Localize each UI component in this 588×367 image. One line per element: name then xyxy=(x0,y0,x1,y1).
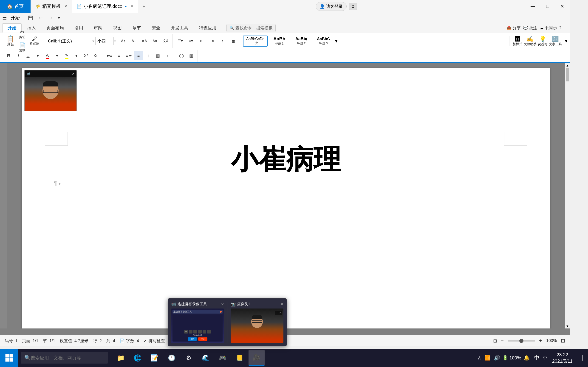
new-tab-button[interactable]: + xyxy=(138,0,150,13)
quick-undo[interactable]: ↩ xyxy=(36,15,45,21)
char-style-button[interactable]: Aa xyxy=(150,35,160,48)
para-more-button[interactable]: ▦ xyxy=(228,35,238,48)
unsync-btn[interactable]: ☁ 未同步 xyxy=(540,25,557,31)
style-h3[interactable]: AaBbC 标题 3 xyxy=(313,35,334,47)
zoom-slider-thumb[interactable] xyxy=(519,339,523,343)
indent-increase-button[interactable]: ⇥ xyxy=(207,35,217,48)
tray-wifi[interactable]: 📶 xyxy=(484,354,492,362)
italic-button[interactable]: I xyxy=(14,51,23,60)
tab-special[interactable]: 特色应用 xyxy=(194,24,221,32)
font-size-dropdown[interactable]: ▾ xyxy=(114,39,116,43)
column-layout-button[interactable]: ⫿ xyxy=(144,51,153,60)
login-button[interactable]: 👤 访客登录 xyxy=(316,2,346,11)
row-info[interactable]: 行: 2 xyxy=(93,338,102,344)
bold-button[interactable]: B xyxy=(4,51,13,60)
file-menu[interactable]: 开始 xyxy=(8,14,22,21)
shape-button[interactable]: ◯ xyxy=(177,51,186,60)
tab-view[interactable]: 视图 xyxy=(108,24,127,32)
window-number[interactable]: 2 xyxy=(349,3,357,10)
help-btn[interactable]: ? xyxy=(559,25,562,30)
preview-close-recorder[interactable]: ✕ xyxy=(221,302,224,307)
scroll-down-button[interactable]: ▼ xyxy=(565,324,570,328)
tab-dev[interactable]: 开发工具 xyxy=(166,24,193,32)
toolbar-expand-button[interactable]: ▾ xyxy=(563,38,567,44)
font-color-button[interactable]: A xyxy=(43,51,52,60)
highlight-dropdown[interactable]: ▾ xyxy=(72,51,81,60)
tab-security[interactable]: 安全 xyxy=(147,24,165,32)
subscript-button[interactable]: X₂ xyxy=(91,51,100,60)
doc-title[interactable]: 小崔病理 xyxy=(49,141,523,178)
underline-button[interactable]: U xyxy=(23,51,33,60)
pinyin-button[interactable]: 文ā xyxy=(160,35,170,48)
tab-template-close[interactable]: ✕ xyxy=(64,4,67,8)
taskbar-browser-alt[interactable]: 🌊 xyxy=(198,350,214,366)
quick-undo-arrow[interactable]: ↪ xyxy=(46,15,55,21)
line-spacing-button[interactable]: ↕ xyxy=(217,35,228,48)
list-ordered-button[interactable]: ≡▾ xyxy=(186,35,196,48)
maximize-button[interactable]: □ xyxy=(540,0,555,13)
start-button[interactable] xyxy=(0,349,18,367)
tab-ref[interactable]: 引用 xyxy=(69,24,88,32)
doc-scroll[interactable]: 📹 — ✕ xyxy=(7,63,565,328)
taskbar-search-input[interactable] xyxy=(31,355,104,361)
menu-icon[interactable]: ☰ xyxy=(2,15,7,21)
list-unordered-button[interactable]: ☰▾ xyxy=(175,35,185,48)
tab-layout[interactable]: 页面布局 xyxy=(41,24,69,32)
format-brush-button[interactable]: 🖌 格式刷 xyxy=(28,35,41,48)
superscript-button[interactable]: X² xyxy=(81,51,90,60)
fullscreen-button[interactable]: ⊞ xyxy=(561,338,565,344)
tab-home[interactable]: 🏠 首页 xyxy=(0,0,31,13)
cut-button[interactable]: ✂ 剪切 xyxy=(17,28,27,41)
page-info[interactable]: 页面: 1/1 xyxy=(22,338,38,344)
view-grid-icon[interactable]: ⊞ xyxy=(493,338,497,344)
taskbar-search[interactable]: 🔍 xyxy=(21,352,108,364)
more-btn[interactable]: ··· xyxy=(564,25,567,30)
styles-expand-button[interactable]: ▾ xyxy=(335,38,337,44)
font-shrink-button[interactable]: A↓ xyxy=(129,35,139,48)
doc-content[interactable]: 小崔病理 ¶ ▾ xyxy=(22,68,550,206)
clear-format-button[interactable]: ✕A xyxy=(139,35,149,48)
text-tool-button[interactable]: 🔡 文字工具 xyxy=(549,36,562,46)
taskbar-browser-edge[interactable]: 🌐 xyxy=(130,350,146,366)
highlight-button[interactable]: ✎ xyxy=(62,51,71,60)
comment-btn[interactable]: 💬 批注 xyxy=(523,25,537,31)
battery-indicator[interactable]: 🔋 100% xyxy=(502,355,521,361)
share-btn[interactable]: 📤 分享 xyxy=(506,25,521,31)
quick-save[interactable]: 💾 xyxy=(25,15,36,21)
tray-notification[interactable]: 🔔 xyxy=(523,354,531,362)
input-method[interactable]: 中 xyxy=(543,355,547,361)
tab-review[interactable]: 审阅 xyxy=(89,24,107,32)
spell-check[interactable]: ✓ 拼写检查 xyxy=(144,338,165,344)
tab-chapter[interactable]: 章节 xyxy=(127,24,146,32)
tab-doc[interactable]: 📄 小崔病笔记理.docx ● ✕ xyxy=(72,0,138,13)
col-info[interactable]: 列: 4 xyxy=(106,338,115,344)
search-bar[interactable]: 🔍 查找命令、搜索模板 xyxy=(226,24,276,32)
scroll-up-button[interactable]: ▲ xyxy=(565,63,570,68)
tab-doc-close[interactable]: ✕ xyxy=(130,4,133,8)
zoom-in-button[interactable]: + xyxy=(537,337,544,344)
vertical-scrollbar[interactable]: ▲ ▼ xyxy=(565,63,570,328)
taskbar-game[interactable]: 🎮 xyxy=(215,350,231,366)
para-spacing-button2[interactable]: ↕ xyxy=(163,51,172,60)
word-count-info[interactable]: 📄 字数: 4 xyxy=(120,338,139,344)
tab-template[interactable]: 🌾 稻壳模板 ✕ xyxy=(31,0,72,13)
font-grow-button[interactable]: A↑ xyxy=(118,35,128,48)
minimize-button[interactable]: — xyxy=(526,0,540,13)
font-name-input[interactable] xyxy=(46,37,92,45)
taskbar-time-tracker[interactable]: 🕐 xyxy=(164,350,180,366)
taskbar-wps[interactable]: 📝 xyxy=(147,350,163,366)
video-minimize[interactable]: — xyxy=(67,72,70,75)
style-normal[interactable]: AaBbCcDd 正文 xyxy=(243,35,268,47)
preview-thumb-recorder[interactable]: 迅捷屏幕录像工具 xyxy=(171,309,224,343)
font-color-dropdown[interactable]: ▾ xyxy=(52,51,61,60)
taskbar-file-explorer[interactable]: 📁 xyxy=(112,350,129,366)
taskbar-video-recorder[interactable]: 🎥 xyxy=(249,350,265,366)
scroll-track[interactable] xyxy=(565,68,570,324)
underline-dropdown[interactable]: ▾ xyxy=(33,51,42,60)
tray-volume[interactable]: 🔊 xyxy=(493,354,501,362)
table-button[interactable]: ▦ xyxy=(187,51,196,60)
new-style-button[interactable]: 🅰 新样式 xyxy=(513,36,522,46)
section-info[interactable]: 节: 1/1 xyxy=(43,338,55,344)
align-right-button[interactable]: ≡➡ xyxy=(124,51,133,60)
scroll-thumb[interactable] xyxy=(566,68,569,81)
